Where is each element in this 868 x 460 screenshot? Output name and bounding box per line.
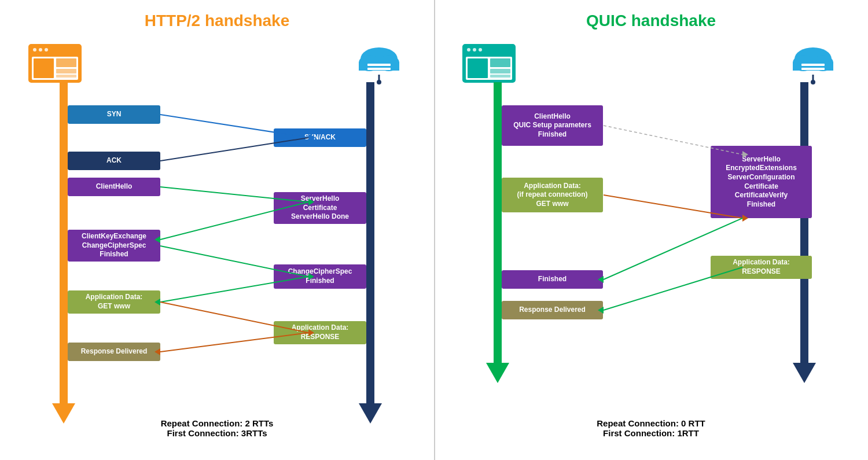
svg-rect-36: [463, 45, 515, 55]
svg-rect-7: [56, 58, 76, 67]
quic-footer-line2: First Connection: 1RTT: [448, 428, 854, 438]
svg-point-4: [45, 48, 48, 51]
http2-footer: Repeat Connection: 2 RTTs First Connecti…: [14, 418, 420, 438]
http2-changecipher-box: ChangeCipherSpec Finished: [274, 264, 366, 289]
svg-rect-44: [490, 75, 510, 78]
quic-server-arrow: [800, 82, 808, 366]
svg-point-37: [467, 48, 470, 51]
svg-rect-9: [56, 75, 76, 78]
http2-footer-line2: First Connection: 3RTTs: [14, 428, 420, 438]
divider: [434, 0, 435, 460]
quic-appdata-box: Application Data: (if repeat connection)…: [502, 178, 603, 212]
http2-syn-box: SYN: [68, 105, 160, 124]
svg-rect-15: [367, 68, 391, 70]
http2-title: HTTP/2 handshake: [145, 12, 290, 30]
svg-rect-14: [367, 64, 391, 66]
http2-browser-icon: [26, 42, 84, 85]
svg-rect-1: [29, 45, 81, 55]
quic-finished-box: Finished: [502, 270, 603, 289]
svg-point-53: [811, 80, 815, 84]
svg-rect-43: [490, 69, 510, 73]
http2-client-arrow: [60, 82, 68, 406]
svg-rect-41: [468, 58, 488, 78]
quic-arrows: [448, 39, 854, 444]
http2-footer-line1: Repeat Connection: 2 RTTs: [14, 418, 420, 428]
quic-browser-icon: [460, 42, 518, 85]
http2-section: HTTP/2 handshake: [0, 0, 434, 460]
svg-rect-49: [801, 64, 825, 66]
http2-ack-box: ACK: [68, 152, 160, 170]
http2-appdata-response-box: Application Data: RESPONSE: [274, 321, 366, 344]
svg-point-2: [33, 48, 36, 51]
http2-serverhello-box: ServerHello Certificate ServerHello Done: [274, 192, 366, 224]
quic-title: QUIC handshake: [586, 12, 716, 30]
http2-synack-box: SYN/ACK: [274, 128, 366, 147]
svg-rect-6: [34, 58, 54, 78]
svg-rect-8: [56, 69, 76, 73]
quic-diagram: ClientHello QUIC Setup parameters Finish…: [448, 39, 854, 444]
svg-rect-51: [801, 72, 825, 74]
svg-point-3: [39, 48, 42, 51]
svg-rect-16: [367, 72, 391, 74]
svg-rect-42: [490, 58, 510, 67]
svg-point-18: [377, 80, 381, 84]
quic-footer: Repeat Connection: 0 RTT First Connectio…: [448, 418, 854, 438]
quic-appdata-response-box: Application Data: RESPONSE: [711, 256, 812, 279]
quic-footer-line1: Repeat Connection: 0 RTT: [448, 418, 854, 428]
main-container: HTTP/2 handshake: [0, 0, 868, 460]
http2-server-arrow: [366, 82, 374, 406]
quic-client-arrow: [494, 82, 502, 366]
http2-clienthello-box: ClientHello: [68, 178, 160, 196]
svg-point-38: [473, 48, 476, 51]
quic-clienthello-box: ClientHello QUIC Setup parameters Finish…: [502, 105, 603, 146]
svg-rect-50: [801, 68, 825, 70]
quic-server-icon: [784, 39, 842, 91]
quic-serverhello-box: ServerHello EncryptedExtensions ServerCo…: [711, 146, 812, 218]
quic-section: QUIC handshake: [434, 0, 868, 460]
svg-point-39: [479, 48, 482, 51]
http2-response-delivered-box: Response Delivered: [68, 343, 160, 361]
http2-server-icon: [350, 39, 408, 91]
http2-appdata-get-box: Application Data: GET www: [68, 290, 160, 314]
http2-clientkey-box: ClientKeyExchange ChangeCipherSpec Finis…: [68, 230, 160, 262]
quic-response-delivered-box: Response Delivered: [502, 301, 603, 319]
http2-diagram: SYN ACK ClientHello ClientKeyExchange Ch…: [14, 39, 420, 444]
